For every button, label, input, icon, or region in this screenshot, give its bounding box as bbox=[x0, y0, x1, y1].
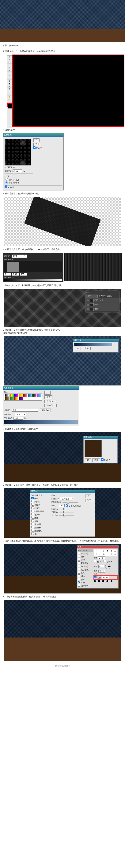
visibility-icon[interactable] bbox=[87, 304, 89, 306]
path-tool-icon[interactable]: ↖ bbox=[7, 90, 12, 93]
cancel-button[interactable]: 取消 bbox=[34, 143, 41, 146]
cancel-button[interactable]: 取消 bbox=[83, 347, 91, 350]
amount-slider[interactable] bbox=[5, 173, 33, 174]
angle-wheel[interactable] bbox=[105, 564, 111, 569]
preset-item[interactable] bbox=[5, 394, 9, 397]
style-item[interactable]: 纹理 bbox=[31, 517, 38, 519]
pen-tool-icon[interactable]: ✒ bbox=[7, 85, 12, 88]
ok-button[interactable]: 好 bbox=[34, 138, 40, 142]
brush-option[interactable]: 纹理 bbox=[78, 559, 85, 561]
brush-option[interactable]: 湿边 bbox=[78, 575, 85, 577]
background-swatch[interactable] bbox=[8, 104, 12, 108]
style-item[interactable]: 外发光 bbox=[31, 504, 40, 506]
layer-row-copy[interactable]: 图层 1 拷贝 bbox=[86, 298, 119, 303]
brush-option[interactable]: 喷枪 bbox=[78, 579, 85, 581]
style-item[interactable]: 渐变叠加 bbox=[31, 527, 42, 529]
uniform-radio[interactable] bbox=[5, 178, 8, 181]
style-item[interactable]: 描边 bbox=[31, 533, 38, 535]
brush-tool-icon[interactable]: ✎ bbox=[7, 72, 12, 74]
cancel-button[interactable]: 取消 bbox=[92, 459, 100, 462]
preset-item[interactable] bbox=[37, 394, 41, 397]
load-button[interactable]: 载入(L)... bbox=[44, 400, 56, 403]
zoom-tool-icon[interactable]: 🔍 bbox=[7, 98, 12, 101]
channel-select[interactable]: RGB bbox=[11, 254, 27, 258]
preview-checkbox-label[interactable]: 预览(P) bbox=[33, 147, 42, 149]
mono-checkbox[interactable] bbox=[5, 186, 7, 188]
preset-item[interactable] bbox=[18, 397, 23, 400]
hand-tool-icon[interactable]: ✋ bbox=[7, 96, 12, 98]
preset-item[interactable] bbox=[9, 397, 14, 400]
preset-item[interactable] bbox=[5, 397, 9, 400]
brush-option[interactable]: 其它动态 bbox=[78, 569, 88, 571]
gradient-name-input[interactable] bbox=[11, 409, 38, 412]
heal-tool-icon[interactable]: ◍ bbox=[7, 69, 12, 72]
angle-input[interactable] bbox=[59, 504, 65, 507]
preset-item[interactable] bbox=[28, 394, 32, 397]
ok-button[interactable]: 好 bbox=[75, 347, 81, 350]
preview-checkbox[interactable] bbox=[33, 147, 36, 149]
white-point-input[interactable] bbox=[20, 273, 27, 276]
diameter-input[interactable] bbox=[98, 557, 105, 559]
stamp-tool-icon[interactable]: ▲ bbox=[7, 74, 12, 77]
save-button[interactable]: 存储(S)... bbox=[44, 404, 56, 407]
mono-checkbox-label[interactable]: 单色(M) bbox=[5, 186, 14, 188]
cancel-button[interactable]: 取消 bbox=[44, 395, 52, 399]
brush-angle-input[interactable] bbox=[98, 565, 104, 568]
brush-option[interactable]: 双重画笔 bbox=[78, 562, 88, 564]
smoothness-input[interactable] bbox=[13, 417, 23, 420]
style-item[interactable]: 等高线 bbox=[31, 514, 40, 516]
style-item[interactable]: 混合选项:默认 bbox=[31, 494, 50, 497]
gradient-edit-bar[interactable] bbox=[4, 420, 78, 424]
size-slider[interactable] bbox=[59, 515, 74, 516]
preset-item[interactable] bbox=[23, 394, 27, 397]
gaussian-radio[interactable] bbox=[5, 181, 8, 184]
layer-row-bg[interactable]: 背景 bbox=[86, 307, 119, 311]
cancel-button[interactable]: 取消 bbox=[85, 499, 93, 502]
amount-input[interactable] bbox=[12, 169, 22, 172]
marquee-tool-icon[interactable]: ▭ bbox=[7, 58, 12, 61]
style-item[interactable]: 内阴影 bbox=[31, 501, 40, 503]
new-button[interactable]: 新建(W) bbox=[40, 408, 51, 412]
output-gradient[interactable] bbox=[4, 279, 62, 281]
tools-palette[interactable]: ✥ ▭ ◐ ✦ ◫ ◍ ✎ ▲ ◧ ▦ ◕ ✒ T ↖ ▢ ✋ 🔍 bbox=[7, 56, 12, 128]
style-item[interactable]: 颜色叠加 bbox=[31, 523, 42, 525]
layer-row-1[interactable]: 图层 1 bbox=[86, 303, 119, 307]
visibility-icon[interactable] bbox=[87, 308, 89, 310]
gradient-tool-icon[interactable]: ▦ bbox=[7, 80, 12, 82]
style-item[interactable]: 光泽 bbox=[31, 520, 38, 522]
brush-option[interactable]: 保护纹理 bbox=[78, 585, 88, 587]
gradient-type-select[interactable]: 实底 bbox=[15, 413, 26, 416]
preset-item[interactable] bbox=[14, 394, 18, 397]
brush-option[interactable]: 颜色动态 bbox=[78, 565, 88, 567]
gradient-bar[interactable] bbox=[74, 343, 112, 346]
brush-option[interactable]: 杂色 bbox=[78, 572, 85, 574]
blend-mode-select[interactable]: 正常 bbox=[86, 294, 98, 298]
type-tool-icon[interactable]: T bbox=[7, 88, 12, 90]
ok-button[interactable]: 好 bbox=[85, 459, 91, 462]
style-item[interactable]: 图案叠加 bbox=[31, 530, 42, 532]
zoom-out-button[interactable]: ⊟ bbox=[5, 166, 6, 168]
preset-item[interactable] bbox=[9, 394, 14, 397]
visibility-icon[interactable] bbox=[87, 300, 89, 301]
style-item[interactable]: 内发光 bbox=[31, 507, 40, 509]
lasso-tool-icon[interactable]: ◐ bbox=[7, 61, 12, 64]
opacity-slider[interactable] bbox=[62, 502, 78, 502]
style-item[interactable]: 斜面和浮雕 bbox=[31, 510, 44, 513]
move-tool-icon[interactable]: ✥ bbox=[7, 56, 12, 58]
hardness-slider[interactable] bbox=[98, 574, 111, 575]
uniform-radio-label[interactable]: 平均分布(U) bbox=[5, 179, 19, 181]
distance-slider[interactable] bbox=[59, 509, 74, 509]
blend-select[interactable]: 正片叠底 bbox=[60, 497, 73, 500]
gamma-input[interactable] bbox=[12, 273, 19, 276]
preset-item[interactable] bbox=[32, 394, 37, 397]
brush-option[interactable]: 形状动态 bbox=[78, 553, 88, 555]
blur-tool-icon[interactable]: ◕ bbox=[7, 82, 12, 85]
brush-option[interactable]: 平滑 bbox=[78, 582, 85, 584]
zoom-in-button[interactable]: ⊞ bbox=[13, 166, 15, 168]
brush-option[interactable]: 散布 bbox=[78, 556, 85, 558]
spacing-input[interactable] bbox=[102, 576, 109, 579]
spread-slider[interactable] bbox=[59, 512, 74, 513]
brush-option[interactable]: 画笔笔尖形状 bbox=[78, 549, 93, 552]
black-point-input[interactable] bbox=[4, 273, 11, 276]
preview-checkbox-label[interactable]: 预览(P) bbox=[101, 459, 110, 461]
